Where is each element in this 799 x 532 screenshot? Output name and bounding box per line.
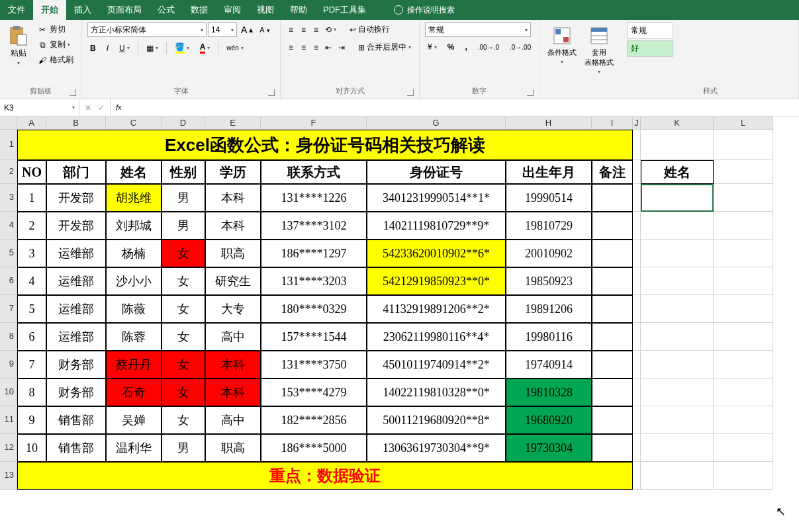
cell-L9[interactable] [714,351,773,378]
cell-D9[interactable]: 女 [162,351,205,378]
cell-A11[interactable]: 9 [17,406,46,434]
align-center-button[interactable]: ≡ [299,42,308,54]
copy-button[interactable]: ⧉复制▾ [34,38,76,52]
cell-J1[interactable] [633,130,641,160]
cell-A6[interactable]: 4 [17,267,46,295]
cell-F5[interactable]: 186****1297 [261,240,367,267]
cell-B5[interactable]: 运维部 [46,240,106,267]
cell-J2[interactable] [633,160,641,184]
increase-decimal-button[interactable]: .00→.0 [475,42,502,52]
cell-L12[interactable] [714,434,773,462]
row-header-11[interactable]: 11 [0,406,17,434]
decrease-decimal-button[interactable]: .0→.00 [507,42,534,52]
cell-F10[interactable]: 153****4279 [261,378,367,406]
cell-B4[interactable]: 开发部 [46,212,106,240]
cell-B11[interactable]: 销售部 [46,406,106,434]
style-normal[interactable]: 常规 [627,22,673,39]
cell-K8[interactable] [641,323,714,351]
align-top-button[interactable]: ≡ [286,24,296,36]
cell-L3[interactable] [714,184,773,212]
row-header-9[interactable]: 9 [0,351,17,378]
cell-A3[interactable]: 1 [17,184,46,212]
cell-J12[interactable] [633,434,641,462]
cell-L4[interactable] [714,212,773,240]
align-middle-button[interactable]: ≡ [299,24,308,36]
row-header-13[interactable]: 13 [0,462,17,490]
menu-审阅[interactable]: 审阅 [216,0,249,20]
cell-H3[interactable]: 19990514 [506,184,592,212]
cell-G5[interactable]: 54233620010902**6* [367,240,506,267]
cell-B8[interactable]: 运维部 [46,323,106,351]
accounting-format-button[interactable]: ¥▾ [425,41,440,53]
cell-B7[interactable]: 运维部 [46,295,106,323]
menu-视图[interactable]: 视图 [249,0,282,20]
cell-A7[interactable]: 5 [17,295,46,323]
col-header-F[interactable]: F [261,116,367,130]
cell-I4[interactable] [592,212,633,240]
cell-B6[interactable]: 运维部 [46,267,106,295]
cell-J10[interactable] [633,378,641,406]
align-left-button[interactable]: ≡ [286,42,296,54]
cell-I3[interactable] [592,184,633,212]
cell-L1[interactable] [714,130,773,160]
menu-文件[interactable]: 文件 [0,0,33,20]
merge-center-button[interactable]: ⊞合并后居中▾ [355,40,414,54]
dialog-launcher-icon[interactable] [268,89,275,96]
cell-I8[interactable] [592,323,633,351]
menu-插入[interactable]: 插入 [66,0,99,20]
cell-A4[interactable]: 2 [17,212,46,240]
formula-input[interactable] [126,99,799,116]
cell-I9[interactable] [592,351,633,378]
cell-G4[interactable]: 14021119810729**9* [367,212,506,240]
menu-数据[interactable]: 数据 [183,0,216,20]
cell-L8[interactable] [714,323,773,351]
col-header-A[interactable]: A [17,116,46,130]
row-header-5[interactable]: 5 [0,240,17,267]
col-header-D[interactable]: D [162,116,205,130]
cell-E6[interactable]: 研究生 [205,267,261,295]
cell-F11[interactable]: 182****2856 [261,406,367,434]
cell-L5[interactable] [714,240,773,267]
cell-K3[interactable] [641,184,714,212]
indent-increase-button[interactable]: ⇥ [336,42,348,54]
cell-C11[interactable]: 吴婵 [106,406,162,434]
cell-G3[interactable]: 34012319990514**1* [367,184,506,212]
col-header-C[interactable]: C [106,116,162,130]
cell-L10[interactable] [714,378,773,406]
cell-H6[interactable]: 19850923 [506,267,592,295]
col-header-I[interactable]: I [592,116,633,130]
cell-C12[interactable]: 温利华 [106,434,162,462]
cell-J4[interactable] [633,212,641,240]
cell-E11[interactable]: 高中 [205,406,261,434]
cell-D8[interactable]: 女 [162,323,205,351]
cell-J7[interactable] [633,295,641,323]
col-header-G[interactable]: G [367,116,506,130]
cell-J3[interactable] [633,184,641,212]
row-header-7[interactable]: 7 [0,295,17,323]
row-header-2[interactable]: 2 [0,160,17,184]
cell-K7[interactable] [641,295,714,323]
cell-E8[interactable]: 高中 [205,323,261,351]
cell-H12[interactable]: 19730304 [506,434,592,462]
spreadsheet-grid[interactable]: ABCDEFGHIJKL1Excel函数公式：身份证号码相关技巧解读2NO部门姓… [0,116,799,520]
menu-公式[interactable]: 公式 [150,0,183,20]
cell-J9[interactable] [633,351,641,378]
cell-L6[interactable] [714,267,773,295]
cell-D5[interactable]: 女 [162,240,205,267]
cell-L13[interactable] [714,462,773,490]
cell-J8[interactable] [633,323,641,351]
cell-D6[interactable]: 女 [162,267,205,295]
name-box[interactable]: ▾ [0,99,79,116]
cell-H5[interactable]: 20010902 [506,240,592,267]
font-color-button[interactable]: A▾ [197,41,213,55]
cell-L7[interactable] [714,295,773,323]
dialog-launcher-icon[interactable] [527,89,534,96]
comma-button[interactable]: , [462,41,469,53]
cell-E12[interactable]: 职高 [205,434,261,462]
conditional-format-button[interactable]: 条件格式▾ [545,22,579,67]
cell-H10[interactable]: 19810328 [506,378,592,406]
row-header-3[interactable]: 3 [0,184,17,212]
cell-E9[interactable]: 本科 [205,351,261,378]
dialog-launcher-icon[interactable] [407,89,414,96]
cell-K10[interactable] [641,378,714,406]
